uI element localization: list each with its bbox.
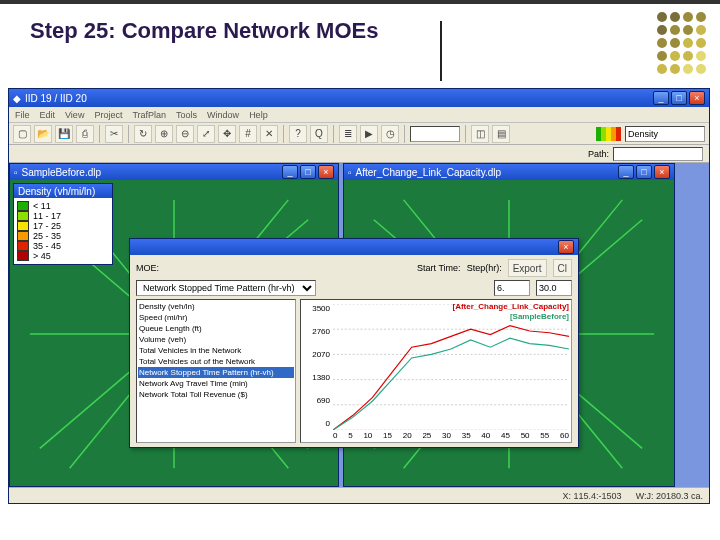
list-item[interactable]: Queue Length (ft) <box>138 323 294 334</box>
start-label: Start Time: <box>417 263 461 273</box>
menu-edit[interactable]: Edit <box>40 110 56 120</box>
slide-header: Step 25: Compare Network MOEs <box>0 0 720 52</box>
moe-chart: [After_Change_Link_Capacity] [SampleBefo… <box>300 299 572 443</box>
step-label: Step(hr): <box>467 263 502 273</box>
moe-select[interactable]: Network Stopped Time Pattern (hr-vh) <box>136 280 316 296</box>
legend-titlebar[interactable]: Density (vh/mi/ln) <box>14 184 112 198</box>
mode-select[interactable] <box>410 126 460 142</box>
moe-list[interactable]: Density (veh/ln) Speed (mi/hr) Queue Len… <box>136 299 296 443</box>
app-icon: ◆ <box>13 93 21 104</box>
pan-icon[interactable]: ✥ <box>218 125 236 143</box>
doc-icon: ▫ <box>14 167 18 178</box>
slide-title: Step 25: Compare Network MOEs <box>30 18 690 44</box>
find-icon[interactable]: ? <box>289 125 307 143</box>
slide-footer-blank <box>8 514 712 538</box>
close-button-2[interactable]: Cl <box>553 259 572 277</box>
density-box <box>596 126 705 142</box>
legend-title: Density (vh/mi/ln) <box>18 186 108 197</box>
moe-content: Density (veh/ln) Speed (mi/hr) Queue Len… <box>136 299 572 443</box>
menu-window[interactable]: Window <box>207 110 239 120</box>
q-icon[interactable]: Q <box>310 125 328 143</box>
moe-label: MOE: <box>136 263 159 273</box>
app-window: ◆ IID 19 / IID 20 _ □ × File Edit View P… <box>8 88 710 504</box>
mode1-icon[interactable]: ◫ <box>471 125 489 143</box>
child-minimize-button[interactable]: _ <box>282 165 298 179</box>
density-legend[interactable]: Density (vh/mi/ln) < 11 11 - 17 17 - 25 … <box>13 183 113 265</box>
child-right-title: After_Change_Link_Capacity.dlp <box>356 167 614 178</box>
path-label: Path: <box>588 149 609 159</box>
child-left-title: SampleBefore.dlp <box>22 167 278 178</box>
x-ticks: 05 1015 2025 3035 4045 5055 60 <box>333 431 569 441</box>
legend-row: 17 - 25 <box>17 221 109 231</box>
child-maximize-button[interactable]: □ <box>636 165 652 179</box>
mode2-icon[interactable]: ▤ <box>492 125 510 143</box>
decorative-dots <box>657 12 706 74</box>
zoom-in-icon[interactable]: ⊕ <box>155 125 173 143</box>
pathbar: Path: <box>9 145 709 163</box>
clock-icon[interactable]: ◷ <box>381 125 399 143</box>
zoom-out-icon[interactable]: ⊖ <box>176 125 194 143</box>
child-maximize-button[interactable]: □ <box>300 165 316 179</box>
series-b-line <box>333 338 569 430</box>
save-icon[interactable]: 💾 <box>55 125 73 143</box>
child-right-titlebar[interactable]: ▫ After_Change_Link_Capacity.dlp _ □ × <box>344 164 674 180</box>
grid-icon[interactable]: # <box>239 125 257 143</box>
toolbar: ▢ 📂 💾 ⎙ ✂ ↻ ⊕ ⊖ ⤢ ✥ # ✕ ? Q ≣ ▶ ◷ ◫ ▤ <box>9 123 709 145</box>
print-icon[interactable]: ⎙ <box>76 125 94 143</box>
child-left-titlebar[interactable]: ▫ SampleBefore.dlp _ □ × <box>10 164 338 180</box>
start-input[interactable] <box>494 280 530 296</box>
close-button[interactable]: × <box>689 91 705 105</box>
y-ticks: 3500 2760 2070 1380 690 0 <box>302 304 332 428</box>
list-item[interactable]: Total Vehicles out of the Network <box>138 356 294 367</box>
child-minimize-button[interactable]: _ <box>618 165 634 179</box>
app-titlebar[interactable]: ◆ IID 19 / IID 20 _ □ × <box>9 89 709 107</box>
menu-tools[interactable]: Tools <box>176 110 197 120</box>
list-item[interactable]: Density (veh/ln) <box>138 301 294 312</box>
export-button[interactable]: Export <box>508 259 547 277</box>
menu-file[interactable]: File <box>15 110 30 120</box>
status-dim: W:J: 20180.3 ca. <box>636 491 703 501</box>
legend-body: < 11 11 - 17 17 - 25 25 - 35 35 - 45 > 4… <box>14 198 112 264</box>
redo-icon[interactable]: ↻ <box>134 125 152 143</box>
moe-controls: MOE: Start Time: Step(hr): Export Cl <box>136 259 572 277</box>
step-input[interactable] <box>536 280 572 296</box>
moe-close-button[interactable]: × <box>558 240 574 254</box>
path-input[interactable] <box>613 147 703 161</box>
menu-view[interactable]: View <box>65 110 84 120</box>
zoom-fit-icon[interactable]: ⤢ <box>197 125 215 143</box>
minimize-button[interactable]: _ <box>653 91 669 105</box>
moe-titlebar[interactable]: × <box>130 239 578 255</box>
child-close-button[interactable]: × <box>318 165 334 179</box>
menu-project[interactable]: Project <box>94 110 122 120</box>
mdi-area: ▫ SampleBefore.dlp _ □ × Density (vh/mi/… <box>9 163 709 487</box>
legend-row: < 11 <box>17 201 109 211</box>
header-divider <box>440 21 442 81</box>
child-close-button[interactable]: × <box>654 165 670 179</box>
list-item[interactable]: Network Avg Travel Time (min) <box>138 378 294 389</box>
doc-icon: ▫ <box>348 167 352 178</box>
play-icon[interactable]: ▶ <box>360 125 378 143</box>
density-field[interactable] <box>625 126 705 142</box>
layers-icon[interactable]: ≣ <box>339 125 357 143</box>
maximize-button[interactable]: □ <box>671 91 687 105</box>
list-item[interactable]: Network Total Toll Revenue ($) <box>138 389 294 400</box>
menu-help[interactable]: Help <box>249 110 268 120</box>
legend-row: 11 - 17 <box>17 211 109 221</box>
legend-row: 35 - 45 <box>17 241 109 251</box>
menu-trafplan[interactable]: TrafPlan <box>132 110 166 120</box>
list-item[interactable]: Total Vehicles in the Network <box>138 345 294 356</box>
app-title: IID 19 / IID 20 <box>25 93 649 104</box>
list-item[interactable]: Volume (veh) <box>138 334 294 345</box>
cross-icon[interactable]: ✕ <box>260 125 278 143</box>
list-item-selected[interactable]: Network Stopped Time Pattern (hr-vh) <box>138 367 294 378</box>
moe-dialog[interactable]: × MOE: Start Time: Step(hr): Export Cl N… <box>129 238 579 448</box>
chart-plot <box>333 304 569 430</box>
new-icon[interactable]: ▢ <box>13 125 31 143</box>
open-icon[interactable]: 📂 <box>34 125 52 143</box>
cut-icon[interactable]: ✂ <box>105 125 123 143</box>
menubar: File Edit View Project TrafPlan Tools Wi… <box>9 107 709 123</box>
status-coords: X: 115.4:-1503 <box>563 491 622 501</box>
moe-body: MOE: Start Time: Step(hr): Export Cl Net… <box>130 255 578 447</box>
list-item[interactable]: Speed (mi/hr) <box>138 312 294 323</box>
window-controls: _ □ × <box>653 91 705 105</box>
